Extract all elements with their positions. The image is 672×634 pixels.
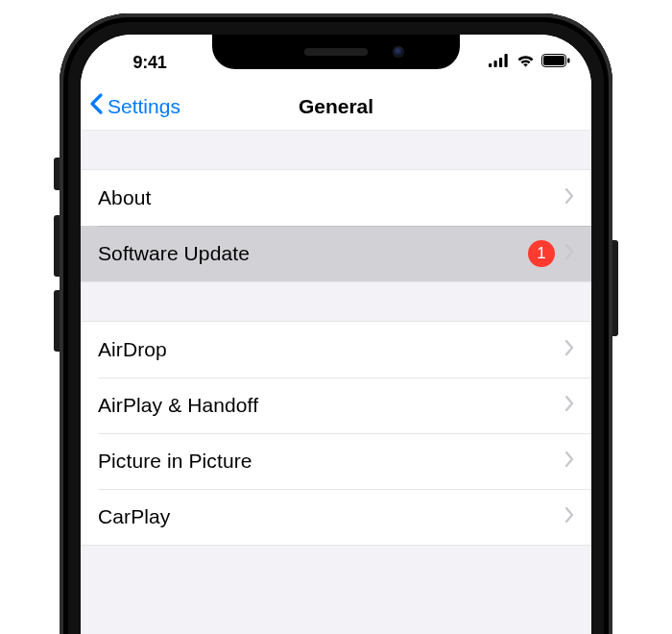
settings-row-carplay[interactable]: CarPlay — [81, 489, 591, 545]
chevron-left-icon — [88, 92, 104, 120]
row-label: AirDrop — [98, 338, 564, 361]
chevron-right-icon — [564, 506, 574, 527]
svg-rect-0 — [489, 63, 492, 67]
chevron-right-icon — [564, 395, 574, 416]
cellular-icon — [489, 54, 510, 71]
group-spacer — [81, 282, 591, 321]
row-label: About — [98, 186, 564, 209]
settings-row-airdrop[interactable]: AirDrop — [81, 322, 591, 378]
device-frame: 9:41 — [60, 13, 612, 634]
front-camera — [393, 46, 404, 58]
settings-row-software-update[interactable]: Software Update1 — [81, 226, 591, 281]
chevron-right-icon — [564, 339, 574, 360]
status-time: 9:41 — [102, 53, 198, 73]
chevron-right-icon — [564, 243, 574, 264]
notification-badge: 1 — [528, 240, 555, 267]
settings-list[interactable]: AboutSoftware Update1 AirDropAirPlay & H… — [81, 131, 591, 546]
row-label: Software Update — [98, 242, 528, 265]
svg-rect-1 — [494, 61, 497, 67]
volume-up-button[interactable] — [54, 215, 60, 277]
wifi-icon — [516, 54, 536, 71]
power-button[interactable] — [612, 240, 618, 336]
screen: 9:41 — [81, 35, 591, 634]
mute-switch[interactable] — [54, 158, 60, 190]
group-spacer — [81, 131, 591, 169]
back-label: Settings — [108, 95, 180, 118]
settings-group-0: AboutSoftware Update1 — [81, 169, 591, 282]
settings-group-1: AirDropAirPlay & HandoffPicture in Pictu… — [81, 321, 591, 546]
svg-rect-5 — [543, 56, 564, 65]
chevron-right-icon — [564, 451, 574, 472]
row-label: CarPlay — [98, 505, 564, 528]
row-label: AirPlay & Handoff — [98, 394, 564, 417]
svg-rect-6 — [567, 59, 570, 63]
settings-row-airplay-handoff[interactable]: AirPlay & Handoff — [81, 378, 591, 433]
settings-row-about[interactable]: About — [81, 170, 591, 226]
back-button[interactable]: Settings — [88, 92, 180, 120]
speaker-grille — [304, 48, 368, 56]
row-label: Picture in Picture — [98, 450, 564, 473]
settings-row-picture-in-picture[interactable]: Picture in Picture — [81, 433, 591, 489]
notch — [212, 35, 460, 69]
nav-bar: Settings General — [81, 83, 591, 131]
battery-icon — [541, 54, 570, 71]
svg-rect-3 — [505, 54, 508, 67]
chevron-right-icon — [564, 187, 574, 208]
volume-down-button[interactable] — [54, 290, 60, 352]
svg-rect-2 — [499, 58, 502, 67]
